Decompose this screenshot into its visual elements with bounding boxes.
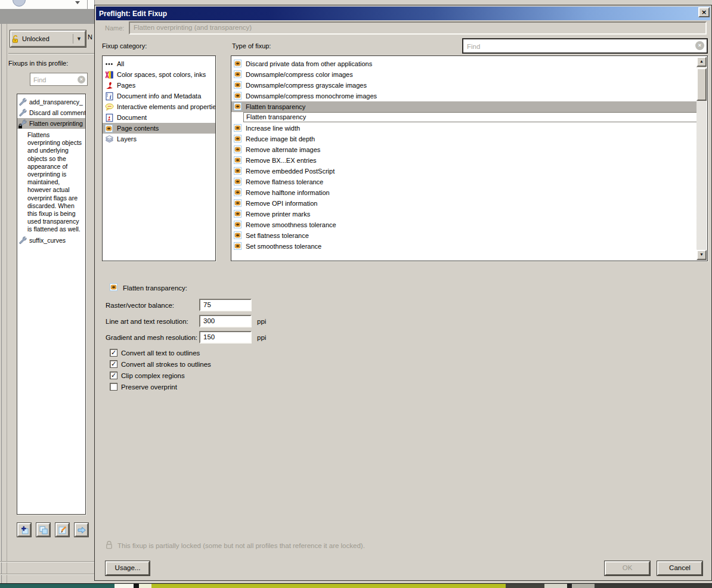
- usage-button[interactable]: Usage...: [106, 561, 150, 575]
- fixup-type-row[interactable]: Remove embedded PostScript: [231, 166, 697, 177]
- fixup-icon: [234, 210, 242, 218]
- fixup-type-row[interactable]: Increase line width: [231, 123, 697, 134]
- category-row[interactable]: Document: [103, 112, 215, 123]
- fixup-category-label: Fixup category:: [102, 42, 147, 49]
- clear-search-icon[interactable]: ×: [695, 41, 704, 50]
- profile-find-box[interactable]: ×: [30, 73, 88, 86]
- fixup-icon: [234, 178, 242, 185]
- clipped-name-label: N: [88, 33, 92, 41]
- fixup-name: add_transparency_: [29, 98, 83, 106]
- raster-vector-field[interactable]: [199, 299, 252, 311]
- duplicate-fixup-button[interactable]: [36, 523, 50, 537]
- fixup-type-row[interactable]: Discard private data from other applicat…: [231, 58, 697, 69]
- category-row[interactable]: Document info and Metadata: [103, 91, 215, 101]
- help-icon: [13, 0, 26, 7]
- fixup-type-row[interactable]: Remove alternate images: [231, 144, 697, 155]
- fixup-type-label: Downsample/compress monochrome images: [246, 92, 377, 100]
- fixup-type-row[interactable]: Downsample/compress monochrome images: [231, 91, 697, 101]
- ok-button: OK: [605, 561, 650, 575]
- list-item[interactable]: add_transparency_: [17, 97, 85, 107]
- page-contents-icon: [105, 125, 113, 132]
- convert-text-label[interactable]: Convert all text to outlines: [121, 349, 200, 357]
- scrollbar[interactable]: ▲ ▼: [696, 57, 707, 260]
- category-label: Document: [117, 114, 147, 121]
- rename-edit-box[interactable]: Flatten transparency: [243, 112, 697, 122]
- list-item-selected[interactable]: Flatten overprinting: [17, 118, 85, 129]
- category-row[interactable]: All: [103, 58, 215, 69]
- list-item[interactable]: Discard all comment: [17, 107, 85, 118]
- category-label: Layers: [117, 135, 137, 143]
- fixup-type-row[interactable]: Downsample/compress grayscale images: [231, 80, 697, 91]
- fixup-type-row[interactable]: Remove BX...EX entries: [231, 155, 697, 166]
- lock-state-dropdown[interactable]: Unlocked ▼: [10, 30, 86, 47]
- edge-segment: [114, 584, 134, 588]
- profile-find-input[interactable]: [32, 75, 78, 85]
- gradient-resolution-field[interactable]: [199, 331, 252, 343]
- dialog-titlebar[interactable]: Preflight: Edit Fixup: [96, 7, 710, 20]
- fixup-type-row[interactable]: Remove smoothness tolerance: [231, 219, 697, 230]
- add-fixup-button[interactable]: [17, 523, 31, 537]
- list-item[interactable]: suffix_curves: [17, 235, 85, 246]
- fixup-type-row[interactable]: Remove flatness tolerance: [231, 177, 697, 187]
- fixup-icon: [110, 283, 117, 291]
- preserve-overprint-checkbox[interactable]: [110, 383, 117, 391]
- line-art-resolution-field[interactable]: [199, 315, 252, 327]
- edit-fixup-button[interactable]: [55, 523, 69, 537]
- fixup-type-row[interactable]: Remove printer marks: [231, 209, 697, 219]
- ppi-unit: ppi: [257, 334, 266, 341]
- fixup-type-label: Set flatness tolerance: [246, 232, 309, 239]
- dropdown-arrow-icon: ▼: [73, 34, 82, 44]
- panel-edge: [7, 24, 7, 583]
- category-row[interactable]: Color spaces, spot colors, inks: [103, 69, 215, 80]
- gradient-resolution-label: Gradient and mesh resolution:: [106, 334, 197, 341]
- clear-search-icon[interactable]: ×: [78, 76, 85, 83]
- scroll-down-button[interactable]: ▼: [696, 250, 707, 260]
- dialog-title: Preflight: Edit Fixup: [99, 10, 167, 18]
- convert-strokes-checkbox[interactable]: ✓: [110, 360, 117, 368]
- convert-text-checkbox[interactable]: ✓: [110, 349, 117, 357]
- scrollbar-thumb[interactable]: [696, 68, 707, 101]
- fixup-type-row[interactable]: Downsample/compress color images: [231, 69, 697, 80]
- line-art-resolution-label: Line art and text resolution:: [106, 318, 188, 325]
- fixup-type-rename-row[interactable]: Flatten transparency: [231, 112, 697, 123]
- duplicate-icon: [39, 525, 48, 535]
- fixup-type-row[interactable]: Remove halftone information: [231, 187, 697, 198]
- clip-complex-checkbox[interactable]: ✓: [110, 372, 117, 379]
- category-row-selected[interactable]: Page contents: [103, 123, 215, 134]
- line-art-resolution-input[interactable]: [202, 317, 251, 325]
- category-row[interactable]: Interactive elements and propertie: [103, 101, 215, 112]
- clip-complex-label[interactable]: Clip complex regions: [121, 372, 185, 379]
- cancel-button[interactable]: Cancel: [657, 561, 702, 575]
- wrench-icon: [18, 236, 27, 245]
- gradient-resolution-input[interactable]: [202, 333, 251, 341]
- fixup-type-label: Downsample/compress color images: [246, 71, 353, 78]
- fixup-name: suffix_curves: [29, 237, 66, 244]
- fixup-type-label: Remove smoothness tolerance: [246, 221, 336, 228]
- profile-fixups-list: add_transparency_ Discard all comment Fl…: [17, 94, 86, 515]
- fixup-type-row[interactable]: Set smoothness tolerance: [231, 241, 697, 252]
- fixup-type-label: Flatten transparency: [246, 103, 305, 110]
- fixup-type-row-selected[interactable]: Flatten transparency: [231, 101, 697, 112]
- fixup-type-row[interactable]: Reduce image bit depth: [231, 134, 697, 144]
- right-arrow-icon: [77, 525, 86, 535]
- name-field: [129, 21, 707, 35]
- fixup-type-row[interactable]: Remove OPI information: [231, 198, 697, 209]
- category-row[interactable]: Layers: [103, 134, 215, 144]
- convert-strokes-label[interactable]: Convert all strokes to outlines: [121, 361, 211, 368]
- raster-vector-input[interactable]: [202, 301, 251, 309]
- fixup-type-label: Discard private data from other applicat…: [246, 60, 372, 67]
- background-header-bar: [0, 9, 94, 24]
- scroll-up-button[interactable]: ▲: [696, 57, 707, 67]
- fixup-name: Flatten overprinting: [29, 120, 83, 127]
- edge-segment: [567, 584, 572, 588]
- edit-pencil-icon: [58, 525, 67, 535]
- include-fixup-button[interactable]: [75, 523, 88, 537]
- edge-segment: [572, 584, 595, 588]
- fixup-type-label: Set smoothness tolerance: [246, 243, 321, 250]
- preserve-overprint-label[interactable]: Preserve overprint: [121, 383, 177, 391]
- close-button[interactable]: ×: [698, 7, 710, 17]
- type-find-box[interactable]: ×: [462, 38, 708, 54]
- category-row[interactable]: Pages: [103, 80, 215, 91]
- fixup-type-row[interactable]: Set flatness tolerance: [231, 230, 697, 241]
- type-find-input[interactable]: [466, 41, 689, 52]
